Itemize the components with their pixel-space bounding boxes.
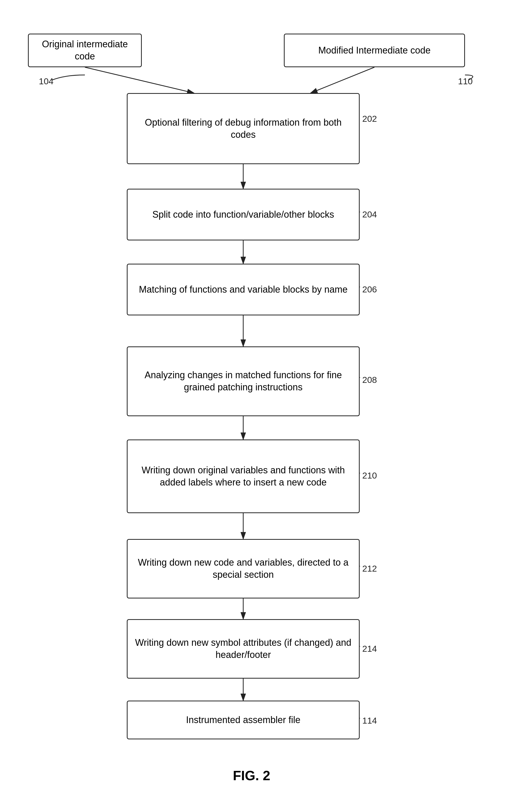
lbl208: 208 bbox=[362, 375, 377, 385]
step208: Analyzing changes in matched functions f… bbox=[127, 346, 360, 416]
svg-line-1 bbox=[85, 67, 194, 93]
modified-code: Modified Intermediate code bbox=[284, 34, 465, 67]
lbl212: 212 bbox=[362, 564, 377, 574]
step114-label: Instrumented assembler file bbox=[186, 714, 300, 726]
step206: Matching of functions and variable block… bbox=[127, 264, 360, 315]
original-code-label: Original intermediate code bbox=[34, 38, 135, 62]
step208-label: Analyzing changes in matched functions f… bbox=[133, 369, 353, 393]
lbl110: 110 bbox=[458, 76, 473, 86]
step206-label: Matching of functions and variable block… bbox=[139, 284, 348, 296]
lbl204: 204 bbox=[362, 209, 377, 219]
modified-code-label: Modified Intermediate code bbox=[318, 44, 431, 57]
step210: Writing down original variables and func… bbox=[127, 439, 360, 513]
step212: Writing down new code and variables, dir… bbox=[127, 539, 360, 598]
original-code: Original intermediate code bbox=[28, 34, 142, 67]
step204: Split code into function/variable/other … bbox=[127, 189, 360, 241]
svg-line-2 bbox=[310, 67, 375, 93]
step114: Instrumented assembler file bbox=[127, 700, 360, 739]
lbl114: 114 bbox=[362, 715, 377, 726]
step212-label: Writing down new code and variables, dir… bbox=[133, 556, 353, 581]
lbl214: 214 bbox=[362, 644, 377, 654]
lbl210: 210 bbox=[362, 470, 377, 481]
lbl104: 104 bbox=[39, 76, 54, 86]
diagram-container: Original intermediate codeModified Inter… bbox=[0, 0, 532, 812]
lbl202: 202 bbox=[362, 114, 377, 124]
step214-label: Writing down new symbol attributes (if c… bbox=[133, 637, 353, 661]
step214: Writing down new symbol attributes (if c… bbox=[127, 619, 360, 679]
step202-label: Optional filtering of debug information … bbox=[133, 117, 353, 141]
fig-caption: FIG. 2 bbox=[233, 768, 270, 783]
step204-label: Split code into function/variable/other … bbox=[152, 208, 334, 221]
step210-label: Writing down original variables and func… bbox=[133, 464, 353, 489]
step202: Optional filtering of debug information … bbox=[127, 93, 360, 164]
lbl206: 206 bbox=[362, 284, 377, 294]
